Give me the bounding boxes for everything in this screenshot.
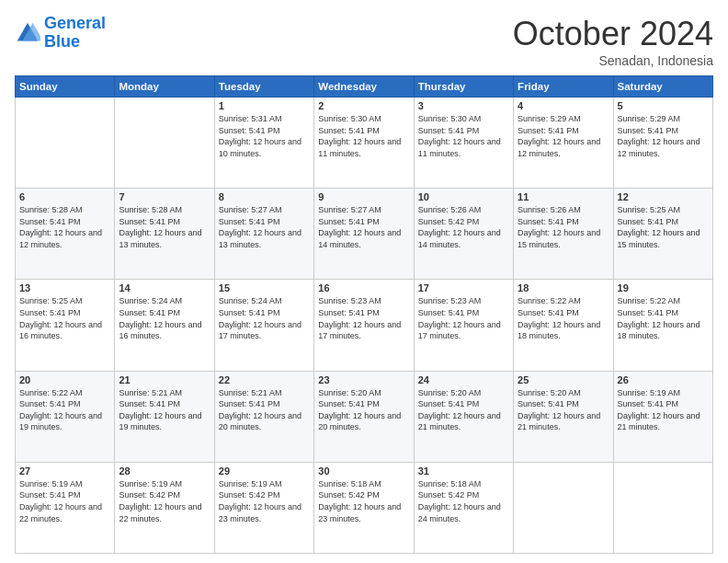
calendar-cell: 27Sunrise: 5:19 AM Sunset: 5:41 PM Dayli… xyxy=(16,462,115,553)
day-info: Sunrise: 5:21 AM Sunset: 5:41 PM Dayligh… xyxy=(119,387,210,433)
calendar-body: 1Sunrise: 5:31 AM Sunset: 5:41 PM Daylig… xyxy=(16,98,713,554)
day-number: 2 xyxy=(318,100,409,111)
day-number: 1 xyxy=(219,100,310,111)
calendar-cell: 11Sunrise: 5:26 AM Sunset: 5:41 PM Dayli… xyxy=(514,189,613,280)
calendar-cell: 31Sunrise: 5:18 AM Sunset: 5:42 PM Dayli… xyxy=(414,462,513,553)
calendar-cell: 17Sunrise: 5:23 AM Sunset: 5:41 PM Dayli… xyxy=(414,280,513,371)
calendar-cell: 29Sunrise: 5:19 AM Sunset: 5:42 PM Dayli… xyxy=(214,462,313,553)
day-number: 19 xyxy=(618,282,709,293)
calendar-header: SundayMondayTuesdayWednesdayThursdayFrid… xyxy=(16,76,713,98)
calendar-cell: 1Sunrise: 5:31 AM Sunset: 5:41 PM Daylig… xyxy=(214,98,313,189)
logo-text: General Blue xyxy=(44,15,106,52)
day-number: 12 xyxy=(618,191,709,202)
calendar-cell: 28Sunrise: 5:19 AM Sunset: 5:42 PM Dayli… xyxy=(115,462,214,553)
calendar-cell: 30Sunrise: 5:18 AM Sunset: 5:42 PM Dayli… xyxy=(314,462,414,553)
day-info: Sunrise: 5:23 AM Sunset: 5:41 PM Dayligh… xyxy=(418,295,509,341)
calendar-cell: 6Sunrise: 5:28 AM Sunset: 5:41 PM Daylig… xyxy=(16,189,115,280)
day-info: Sunrise: 5:27 AM Sunset: 5:41 PM Dayligh… xyxy=(318,204,409,250)
day-number: 14 xyxy=(119,282,210,293)
day-info: Sunrise: 5:19 AM Sunset: 5:41 PM Dayligh… xyxy=(19,478,110,524)
day-info: Sunrise: 5:20 AM Sunset: 5:41 PM Dayligh… xyxy=(418,387,509,433)
calendar-cell: 21Sunrise: 5:21 AM Sunset: 5:41 PM Dayli… xyxy=(115,371,214,462)
day-info: Sunrise: 5:18 AM Sunset: 5:42 PM Dayligh… xyxy=(418,478,509,524)
weekday-header-friday: Friday xyxy=(514,76,613,98)
day-info: Sunrise: 5:26 AM Sunset: 5:41 PM Dayligh… xyxy=(518,204,609,250)
weekday-header-row: SundayMondayTuesdayWednesdayThursdayFrid… xyxy=(16,76,713,98)
location-subtitle: Senadan, Indonesia xyxy=(513,53,713,68)
calendar: SundayMondayTuesdayWednesdayThursdayFrid… xyxy=(15,75,713,554)
calendar-cell xyxy=(514,462,613,553)
day-number: 9 xyxy=(318,191,409,202)
day-info: Sunrise: 5:31 AM Sunset: 5:41 PM Dayligh… xyxy=(219,113,310,159)
day-info: Sunrise: 5:23 AM Sunset: 5:41 PM Dayligh… xyxy=(318,295,409,341)
calendar-cell: 25Sunrise: 5:20 AM Sunset: 5:41 PM Dayli… xyxy=(514,371,613,462)
calendar-week-3: 13Sunrise: 5:25 AM Sunset: 5:41 PM Dayli… xyxy=(16,280,713,371)
day-info: Sunrise: 5:20 AM Sunset: 5:41 PM Dayligh… xyxy=(518,387,609,433)
weekday-header-tuesday: Tuesday xyxy=(214,76,313,98)
weekday-header-thursday: Thursday xyxy=(414,76,513,98)
weekday-header-saturday: Saturday xyxy=(613,76,712,98)
day-info: Sunrise: 5:22 AM Sunset: 5:41 PM Dayligh… xyxy=(518,295,609,341)
day-info: Sunrise: 5:26 AM Sunset: 5:42 PM Dayligh… xyxy=(418,204,509,250)
day-info: Sunrise: 5:30 AM Sunset: 5:41 PM Dayligh… xyxy=(418,113,509,159)
calendar-cell: 24Sunrise: 5:20 AM Sunset: 5:41 PM Dayli… xyxy=(414,371,513,462)
calendar-week-2: 6Sunrise: 5:28 AM Sunset: 5:41 PM Daylig… xyxy=(16,189,713,280)
day-number: 17 xyxy=(418,282,509,293)
calendar-cell: 2Sunrise: 5:30 AM Sunset: 5:41 PM Daylig… xyxy=(314,98,414,189)
day-info: Sunrise: 5:18 AM Sunset: 5:42 PM Dayligh… xyxy=(318,478,409,524)
day-info: Sunrise: 5:22 AM Sunset: 5:41 PM Dayligh… xyxy=(618,295,709,341)
logo-icon xyxy=(15,20,40,46)
day-info: Sunrise: 5:29 AM Sunset: 5:41 PM Dayligh… xyxy=(518,113,609,159)
logo: General Blue xyxy=(15,15,106,52)
calendar-cell: 9Sunrise: 5:27 AM Sunset: 5:41 PM Daylig… xyxy=(314,189,414,280)
calendar-cell: 7Sunrise: 5:28 AM Sunset: 5:41 PM Daylig… xyxy=(115,189,214,280)
header: General Blue October 2024 Senadan, Indon… xyxy=(15,15,713,68)
day-number: 8 xyxy=(219,191,310,202)
day-info: Sunrise: 5:19 AM Sunset: 5:42 PM Dayligh… xyxy=(119,478,210,524)
calendar-cell: 10Sunrise: 5:26 AM Sunset: 5:42 PM Dayli… xyxy=(414,189,513,280)
day-number: 22 xyxy=(219,374,310,385)
day-info: Sunrise: 5:24 AM Sunset: 5:41 PM Dayligh… xyxy=(119,295,210,341)
calendar-cell: 12Sunrise: 5:25 AM Sunset: 5:41 PM Dayli… xyxy=(613,189,712,280)
day-info: Sunrise: 5:28 AM Sunset: 5:41 PM Dayligh… xyxy=(19,204,110,250)
weekday-header-monday: Monday xyxy=(115,76,214,98)
day-number: 3 xyxy=(418,100,509,111)
calendar-cell: 8Sunrise: 5:27 AM Sunset: 5:41 PM Daylig… xyxy=(214,189,313,280)
day-info: Sunrise: 5:22 AM Sunset: 5:41 PM Dayligh… xyxy=(19,387,110,433)
day-number: 13 xyxy=(19,282,110,293)
calendar-week-5: 27Sunrise: 5:19 AM Sunset: 5:41 PM Dayli… xyxy=(16,462,713,553)
calendar-cell xyxy=(613,462,712,553)
calendar-cell: 18Sunrise: 5:22 AM Sunset: 5:41 PM Dayli… xyxy=(514,280,613,371)
day-info: Sunrise: 5:30 AM Sunset: 5:41 PM Dayligh… xyxy=(318,113,409,159)
calendar-cell: 23Sunrise: 5:20 AM Sunset: 5:41 PM Dayli… xyxy=(314,371,414,462)
day-number: 23 xyxy=(318,374,409,385)
day-number: 10 xyxy=(418,191,509,202)
calendar-cell: 19Sunrise: 5:22 AM Sunset: 5:41 PM Dayli… xyxy=(613,280,712,371)
day-number: 6 xyxy=(19,191,110,202)
calendar-cell: 15Sunrise: 5:24 AM Sunset: 5:41 PM Dayli… xyxy=(214,280,313,371)
calendar-week-4: 20Sunrise: 5:22 AM Sunset: 5:41 PM Dayli… xyxy=(16,371,713,462)
day-info: Sunrise: 5:28 AM Sunset: 5:41 PM Dayligh… xyxy=(119,204,210,250)
calendar-cell: 16Sunrise: 5:23 AM Sunset: 5:41 PM Dayli… xyxy=(314,280,414,371)
calendar-cell: 26Sunrise: 5:19 AM Sunset: 5:41 PM Dayli… xyxy=(613,371,712,462)
calendar-cell: 5Sunrise: 5:29 AM Sunset: 5:41 PM Daylig… xyxy=(613,98,712,189)
day-info: Sunrise: 5:24 AM Sunset: 5:41 PM Dayligh… xyxy=(219,295,310,341)
day-info: Sunrise: 5:19 AM Sunset: 5:41 PM Dayligh… xyxy=(618,387,709,433)
day-number: 26 xyxy=(618,374,709,385)
day-info: Sunrise: 5:25 AM Sunset: 5:41 PM Dayligh… xyxy=(19,295,110,341)
calendar-cell xyxy=(16,98,115,189)
day-info: Sunrise: 5:25 AM Sunset: 5:41 PM Dayligh… xyxy=(618,204,709,250)
calendar-cell: 20Sunrise: 5:22 AM Sunset: 5:41 PM Dayli… xyxy=(16,371,115,462)
day-number: 20 xyxy=(19,374,110,385)
day-number: 30 xyxy=(318,465,409,477)
calendar-cell: 4Sunrise: 5:29 AM Sunset: 5:41 PM Daylig… xyxy=(514,98,613,189)
day-number: 11 xyxy=(518,191,609,202)
day-info: Sunrise: 5:20 AM Sunset: 5:41 PM Dayligh… xyxy=(318,387,409,433)
weekday-header-wednesday: Wednesday xyxy=(314,76,414,98)
calendar-cell: 22Sunrise: 5:21 AM Sunset: 5:41 PM Dayli… xyxy=(214,371,313,462)
day-number: 18 xyxy=(518,282,609,293)
month-title: October 2024 xyxy=(513,15,713,53)
day-number: 29 xyxy=(219,465,310,477)
calendar-cell xyxy=(115,98,214,189)
title-area: October 2024 Senadan, Indonesia xyxy=(513,15,713,68)
